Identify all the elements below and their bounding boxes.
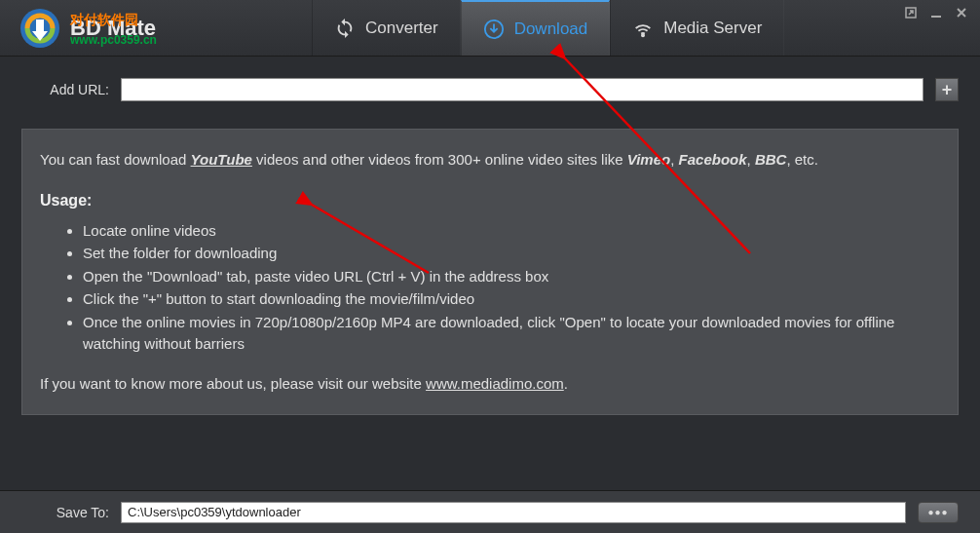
info-panel: You can fast download YouTube videos and…	[21, 129, 959, 415]
popout-icon[interactable]	[904, 6, 918, 19]
list-item: Set the folder for downloading	[83, 243, 940, 265]
website-link[interactable]: www.mediadimo.com	[426, 375, 564, 392]
save-path-input[interactable]	[121, 502, 906, 523]
tab-media-server-label: Media Server	[663, 19, 762, 38]
watermark-text: 对付软件园	[70, 12, 138, 29]
tab-download-label: Download	[514, 19, 588, 39]
tab-download[interactable]: Download	[461, 0, 611, 56]
list-item: Locate online videos	[83, 220, 940, 243]
refresh-icon	[334, 18, 356, 39]
url-label: Add URL:	[21, 82, 109, 97]
close-icon[interactable]	[955, 6, 968, 19]
tab-converter[interactable]: Converter	[312, 0, 461, 56]
add-button[interactable]: +	[935, 78, 959, 101]
save-label: Save To:	[21, 505, 109, 520]
tab-media-server[interactable]: Media Server	[610, 0, 784, 56]
wifi-icon	[632, 18, 654, 39]
intro-text: You can fast download YouTube videos and…	[40, 149, 940, 171]
url-input[interactable]	[121, 78, 923, 101]
svg-point-3	[642, 34, 644, 36]
plus-icon: +	[942, 80, 953, 100]
browse-button[interactable]: ●●●	[918, 502, 959, 523]
list-item: Click the "+" button to start downloadin…	[83, 288, 940, 311]
list-item: Open the "Download" tab, paste video URL…	[83, 266, 940, 288]
list-item: Once the online movies in 720p/1080p/216…	[83, 312, 940, 356]
footer-text: If you want to know more about us, pleas…	[40, 373, 940, 396]
window-controls	[904, 6, 968, 19]
titlebar: BD Mate 对付软件园 www.pc0359.cn Converter Do…	[0, 0, 980, 57]
usage-list: Locate online videos Set the folder for …	[40, 220, 940, 356]
save-row: Save To: ●●●	[0, 490, 980, 533]
tab-converter-label: Converter	[365, 19, 438, 38]
download-icon	[483, 19, 505, 40]
usage-title: Usage:	[40, 189, 940, 212]
url-row: Add URL: +	[0, 57, 980, 111]
main-tabs: Converter Download Media Server	[312, 0, 784, 56]
app-logo-icon	[18, 6, 62, 51]
svg-rect-1	[36, 19, 44, 33]
minimize-icon[interactable]	[929, 6, 943, 19]
ellipsis-icon: ●●●	[927, 507, 948, 517]
app-title: BD Mate 对付软件园 www.pc0359.cn	[70, 16, 156, 41]
watermark-url: www.pc0359.cn	[70, 33, 157, 47]
logo-area: BD Mate 对付软件园 www.pc0359.cn	[0, 6, 292, 51]
